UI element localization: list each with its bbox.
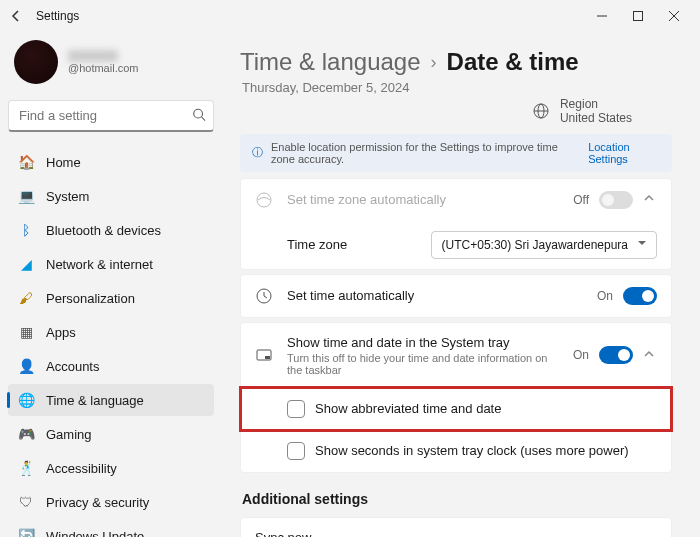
sidebar-item-label: Personalization: [46, 291, 135, 306]
sidebar-item-label: Accounts: [46, 359, 99, 374]
sidebar-item-bluetooth[interactable]: ᛒBluetooth & devices: [8, 214, 214, 246]
maximize-button[interactable]: [620, 2, 656, 30]
minimize-button[interactable]: [584, 2, 620, 30]
row-subtitle: Turn this off to hide your time and date…: [287, 352, 559, 376]
card-set-time-auto: Set time automatically On: [240, 274, 672, 318]
sidebar-item-home[interactable]: 🏠Home: [8, 146, 214, 178]
personalization-icon: 🖌: [18, 290, 34, 306]
card-sync-now: Sync now Last successful time synchroniz…: [240, 517, 672, 537]
banner-text: Enable location permission for the Setti…: [271, 141, 580, 165]
checkbox-label: Show seconds in system tray clock (uses …: [315, 443, 629, 458]
time-icon: 🌐: [18, 392, 34, 408]
sidebar-item-label: Home: [46, 155, 81, 170]
sidebar-item-personalization[interactable]: 🖌Personalization: [8, 282, 214, 314]
breadcrumb-parent[interactable]: Time & language: [240, 48, 421, 76]
checkbox-label: Show abbreviated time and date: [315, 401, 501, 416]
sync-title: Sync now: [255, 530, 563, 537]
network-icon: ◢: [18, 256, 34, 272]
accessibility-icon: 🕺: [18, 460, 34, 476]
chevron-up-icon[interactable]: [643, 192, 657, 207]
nav-list: 🏠Home 💻System ᛒBluetooth & devices ◢Netw…: [8, 146, 214, 537]
sidebar-item-gaming[interactable]: 🎮Gaming: [8, 418, 214, 450]
card-system-tray: Show time and date in the System tray Tu…: [240, 322, 672, 473]
close-button[interactable]: [656, 2, 692, 30]
home-icon: 🏠: [18, 154, 34, 170]
sidebar-item-accounts[interactable]: 👤Accounts: [8, 350, 214, 382]
search-input[interactable]: [8, 100, 214, 132]
system-icon: 💻: [18, 188, 34, 204]
page-title: Date & time: [447, 48, 579, 76]
globe-icon: [532, 102, 550, 120]
row-title: Set time zone automatically: [287, 192, 559, 207]
svg-point-9: [257, 193, 271, 207]
toggle-state: On: [597, 289, 613, 303]
timezone-icon: [255, 191, 273, 209]
sidebar-item-label: Privacy & security: [46, 495, 149, 510]
card-set-timezone-auto: Set time zone automatically Off Time zon…: [240, 178, 672, 270]
sidebar-item-time-language[interactable]: 🌐Time & language: [8, 384, 214, 416]
avatar: [14, 40, 58, 84]
info-icon: ⓘ: [252, 145, 263, 160]
sidebar-item-label: Accessibility: [46, 461, 117, 476]
update-icon: 🔄: [18, 528, 34, 537]
timezone-dropdown[interactable]: (UTC+05:30) Sri Jayawardenepura: [431, 231, 657, 259]
sidebar-item-network[interactable]: ◢Network & internet: [8, 248, 214, 280]
region-value: United States: [560, 111, 632, 125]
sidebar-item-privacy[interactable]: 🛡Privacy & security: [8, 486, 214, 518]
sidebar-item-label: Gaming: [46, 427, 92, 442]
chevron-up-icon[interactable]: [643, 348, 657, 363]
sidebar-item-apps[interactable]: ▦Apps: [8, 316, 214, 348]
accounts-icon: 👤: [18, 358, 34, 374]
abbreviated-time-row[interactable]: Show abbreviated time and date: [241, 388, 671, 430]
sidebar-item-system[interactable]: 💻System: [8, 180, 214, 212]
row-title: Set time automatically: [287, 288, 583, 303]
user-name: [68, 50, 118, 62]
sidebar-item-label: System: [46, 189, 89, 204]
chevron-right-icon: ›: [431, 52, 437, 73]
svg-rect-12: [265, 356, 270, 359]
info-banner: ⓘ Enable location permission for the Set…: [240, 134, 672, 172]
gaming-icon: 🎮: [18, 426, 34, 442]
main-content: Time & language › Date & time Thursday, …: [222, 32, 700, 537]
sidebar: @hotmail.com 🏠Home 💻System ᛒBluetooth & …: [0, 32, 222, 537]
timezone-label: Time zone: [287, 237, 417, 252]
bluetooth-icon: ᛒ: [18, 222, 34, 238]
privacy-icon: 🛡: [18, 494, 34, 510]
abbreviated-checkbox[interactable]: [287, 400, 305, 418]
sidebar-item-windows-update[interactable]: 🔄Windows Update: [8, 520, 214, 537]
sidebar-item-label: Time & language: [46, 393, 144, 408]
svg-line-5: [202, 117, 206, 121]
toggle-state: On: [573, 348, 589, 362]
region-label: Region: [560, 97, 632, 111]
seconds-checkbox[interactable]: [287, 442, 305, 460]
location-settings-link[interactable]: Location Settings: [588, 141, 660, 165]
breadcrumb: Time & language › Date & time: [240, 32, 672, 80]
toggle-state: Off: [573, 193, 589, 207]
sidebar-item-label: Bluetooth & devices: [46, 223, 161, 238]
show-seconds-row[interactable]: Show seconds in system tray clock (uses …: [241, 430, 671, 472]
apps-icon: ▦: [18, 324, 34, 340]
time-auto-toggle[interactable]: [623, 287, 657, 305]
search-icon: [192, 108, 206, 125]
svg-rect-1: [634, 12, 643, 21]
svg-point-4: [194, 109, 203, 118]
timezone-auto-toggle: [599, 191, 633, 209]
tray-toggle[interactable]: [599, 346, 633, 364]
sidebar-item-accessibility[interactable]: 🕺Accessibility: [8, 452, 214, 484]
section-heading: Additional settings: [242, 491, 672, 507]
titlebar: Settings: [0, 0, 700, 32]
user-email: @hotmail.com: [68, 62, 138, 74]
user-profile[interactable]: @hotmail.com: [8, 32, 214, 100]
window-title: Settings: [36, 9, 79, 23]
sidebar-item-label: Apps: [46, 325, 76, 340]
back-button[interactable]: [8, 8, 24, 24]
sidebar-item-label: Network & internet: [46, 257, 153, 272]
clock-icon: [255, 287, 273, 305]
row-title: Show time and date in the System tray: [287, 335, 559, 350]
tray-icon: [255, 346, 273, 364]
current-datetime: Thursday, December 5, 2024: [240, 80, 672, 95]
sidebar-item-label: Windows Update: [46, 529, 144, 538]
